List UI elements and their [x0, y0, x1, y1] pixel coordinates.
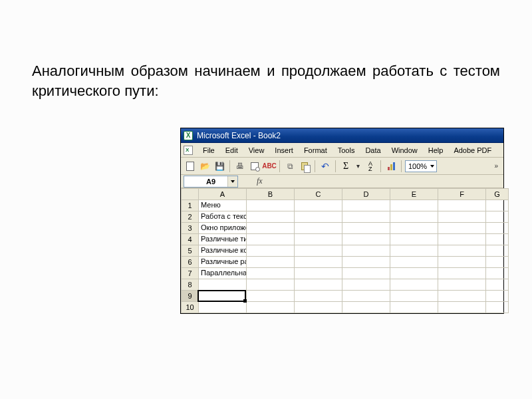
col-header-A[interactable]: A	[199, 189, 247, 200]
cell-A3[interactable]: Окно приложения	[199, 223, 247, 234]
row-header-8[interactable]: 8	[182, 279, 199, 291]
menu-data[interactable]: Data	[360, 145, 385, 156]
cell-A2[interactable]: Работа с текстом	[199, 211, 247, 223]
cell-E8[interactable]	[390, 279, 438, 291]
cell-B1[interactable]	[247, 200, 295, 211]
col-header-D[interactable]: D	[342, 189, 390, 200]
row-header-10[interactable]: 10	[182, 302, 199, 313]
worksheet-grid[interactable]: A B C D E F G 1 Меню 2 Работа с текстом …	[181, 188, 503, 313]
select-all-corner[interactable]	[182, 189, 199, 200]
menu-adobe-pdf[interactable]: Adobe PDF	[449, 145, 496, 156]
cell-F9[interactable]	[438, 291, 486, 302]
cell-E2[interactable]	[390, 211, 438, 223]
row-header-9[interactable]: 9	[182, 291, 199, 302]
cell-E4[interactable]	[390, 234, 438, 245]
cell-G10[interactable]	[486, 302, 509, 313]
copy-button[interactable]: ⧉	[283, 160, 297, 173]
col-header-E[interactable]: E	[390, 189, 438, 200]
cell-G5[interactable]	[486, 245, 509, 257]
paste-button[interactable]	[298, 160, 311, 173]
cell-E1[interactable]	[390, 200, 438, 211]
cell-C8[interactable]	[295, 279, 342, 291]
cell-C10[interactable]	[295, 302, 342, 313]
print-preview-button[interactable]	[248, 160, 261, 173]
cell-E7[interactable]	[390, 268, 438, 279]
cell-B7[interactable]	[247, 268, 295, 279]
cell-G7[interactable]	[486, 268, 509, 279]
autosum-dropdown-icon[interactable]: ▾	[354, 162, 362, 170]
menu-insert[interactable]: Insert	[270, 145, 298, 156]
cell-C6[interactable]	[295, 257, 342, 268]
cell-C4[interactable]	[295, 234, 342, 245]
cell-C5[interactable]	[295, 245, 342, 257]
row-header-7[interactable]: 7	[182, 268, 199, 279]
toolbar-overflow-icon[interactable]: »	[491, 162, 501, 170]
cell-B6[interactable]	[247, 257, 295, 268]
cell-G1[interactable]	[486, 200, 509, 211]
cell-G3[interactable]	[486, 223, 509, 234]
undo-button[interactable]: ↶	[319, 160, 332, 173]
cell-D3[interactable]	[342, 223, 390, 234]
cell-F10[interactable]	[438, 302, 486, 313]
cell-C3[interactable]	[295, 223, 342, 234]
cell-A7[interactable]: Параллельная работа нескольких копий при…	[199, 268, 247, 279]
row-header-1[interactable]: 1	[182, 200, 199, 211]
workbook-icon[interactable]	[184, 146, 193, 155]
cell-G8[interactable]	[486, 279, 509, 291]
cell-G4[interactable]	[486, 234, 509, 245]
cell-D2[interactable]	[342, 211, 390, 223]
cell-F8[interactable]	[438, 279, 486, 291]
col-header-C[interactable]: C	[295, 189, 342, 200]
cell-F5[interactable]	[438, 245, 486, 257]
col-header-F[interactable]: F	[438, 189, 486, 200]
name-box[interactable]: A9	[184, 176, 238, 188]
cell-B3[interactable]	[247, 223, 295, 234]
cell-F6[interactable]	[438, 257, 486, 268]
cell-C1[interactable]	[295, 200, 342, 211]
cell-C7[interactable]	[295, 268, 342, 279]
cell-E6[interactable]	[390, 257, 438, 268]
fx-label[interactable]: fx	[257, 176, 263, 186]
cell-B5[interactable]	[247, 245, 295, 257]
titlebar[interactable]: X Microsoft Excel - Book2	[181, 128, 503, 143]
row-header-4[interactable]: 4	[182, 234, 199, 245]
col-header-G[interactable]: G	[486, 189, 509, 200]
cell-D5[interactable]	[342, 245, 390, 257]
chart-wizard-button[interactable]	[384, 160, 398, 173]
cell-D1[interactable]	[342, 200, 390, 211]
cell-B9[interactable]	[247, 291, 295, 302]
menu-format[interactable]: Format	[299, 145, 332, 156]
zoom-combo[interactable]: 100%	[405, 160, 437, 172]
menu-file[interactable]: File	[198, 145, 219, 156]
menu-help[interactable]: Help	[424, 145, 448, 156]
row-header-6[interactable]: 6	[182, 257, 199, 268]
cell-A10[interactable]	[199, 302, 247, 313]
row-header-5[interactable]: 5	[182, 245, 199, 257]
menu-edit[interactable]: Edit	[221, 145, 243, 156]
cell-E3[interactable]	[390, 223, 438, 234]
cell-E9[interactable]	[390, 291, 438, 302]
cell-G6[interactable]	[486, 257, 509, 268]
cell-G9[interactable]	[486, 291, 509, 302]
cell-F3[interactable]	[438, 223, 486, 234]
cell-D8[interactable]	[342, 279, 390, 291]
cell-A5[interactable]: Различные кодировки	[199, 245, 247, 257]
cell-F7[interactable]	[438, 268, 486, 279]
sort-asc-button[interactable]: AZ	[364, 160, 377, 173]
cell-B8[interactable]	[247, 279, 295, 291]
cell-A4[interactable]: Различные типы файлов	[199, 234, 247, 245]
cell-B2[interactable]	[247, 211, 295, 223]
print-button[interactable]: 🖶	[233, 160, 247, 173]
cell-C2[interactable]	[295, 211, 342, 223]
new-button[interactable]	[184, 160, 197, 173]
cell-F1[interactable]	[438, 200, 486, 211]
cell-D7[interactable]	[342, 268, 390, 279]
cell-G2[interactable]	[486, 211, 509, 223]
open-button[interactable]: 📂	[198, 160, 211, 173]
cell-D10[interactable]	[342, 302, 390, 313]
cell-A8[interactable]	[199, 279, 247, 291]
menu-view[interactable]: View	[244, 145, 269, 156]
cell-D4[interactable]	[342, 234, 390, 245]
col-header-B[interactable]: B	[247, 189, 295, 200]
cell-C9[interactable]	[295, 291, 342, 302]
